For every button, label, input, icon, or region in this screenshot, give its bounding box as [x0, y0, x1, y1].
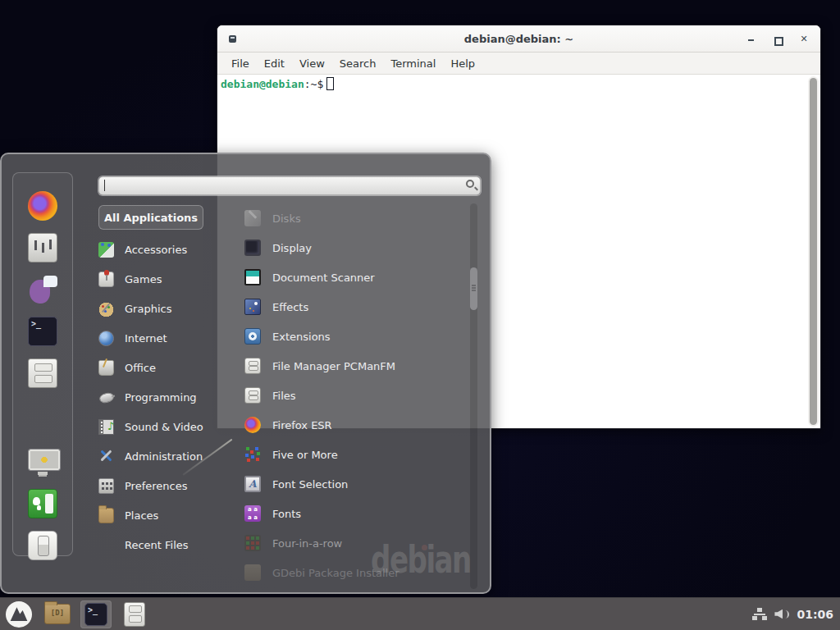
- app-label: Four-in-a-row: [272, 537, 342, 550]
- terminal-scrollbar-thumb[interactable]: [810, 78, 817, 425]
- terminal-menu-search[interactable]: Search: [332, 52, 384, 75]
- search-input[interactable]: [98, 176, 481, 195]
- favorite-firefox[interactable]: [28, 191, 57, 221]
- app-label: Extensions: [272, 331, 331, 343]
- terminal-menu-file[interactable]: File: [224, 52, 257, 75]
- menu-scrollbar-thumb[interactable]: [470, 267, 477, 310]
- app-four-in-a-row[interactable]: Four-in-a-row: [238, 528, 466, 558]
- logout-icon: [28, 489, 57, 518]
- app-extensions[interactable]: Extensions: [238, 322, 466, 351]
- category-sound-video[interactable]: Sound & Video: [95, 412, 218, 441]
- category-label: Recent Files: [125, 539, 189, 551]
- app-display[interactable]: Display: [238, 233, 466, 262]
- category-programming[interactable]: Programming: [95, 382, 218, 412]
- terminal-titlebar[interactable]: debian@debian: ~ ✕: [217, 25, 820, 52]
- app-gdebi-package-installer[interactable]: GDebi Package Installer: [238, 558, 466, 587]
- administration-icon: [98, 449, 114, 464]
- window-menu-icon[interactable]: [229, 35, 236, 43]
- app-label: GDebi Package Installer: [272, 567, 399, 579]
- favorite-terminal[interactable]: [28, 317, 57, 346]
- terminal-menubar: FileEditViewSearchTerminalHelp: [217, 52, 820, 75]
- category-label: Games: [125, 273, 162, 285]
- terminal-menu-view[interactable]: View: [292, 52, 332, 75]
- five-or-more-icon: [244, 446, 261, 463]
- font-selection-icon: [244, 476, 261, 492]
- favorites-column: [12, 172, 73, 556]
- fonts-icon: [244, 505, 261, 522]
- app-label: Files: [272, 390, 296, 402]
- category-label: Programming: [125, 391, 197, 404]
- taskbar-buttons: [0, 598, 150, 630]
- app-firefox-esr[interactable]: Firefox ESR: [238, 410, 466, 440]
- category-preferences[interactable]: Preferences: [95, 471, 218, 500]
- favorite-file-manager[interactable]: [28, 358, 57, 388]
- desktop: debian debian@debian: ~ ✕ FileEditViewSe…: [0, 0, 840, 630]
- category-label: Internet: [125, 332, 167, 345]
- graphics-icon: [98, 301, 114, 317]
- favorite-logout[interactable]: [28, 489, 57, 518]
- favorite-pidgin[interactable]: [28, 275, 57, 304]
- app-effects[interactable]: Effects: [238, 292, 466, 322]
- category-label: Sound & Video: [125, 421, 203, 433]
- menu-scrollbar[interactable]: [470, 203, 477, 589]
- app-font-selection[interactable]: Font Selection: [238, 469, 466, 499]
- category-graphics[interactable]: Graphics: [95, 294, 218, 323]
- category-label: Administration: [125, 450, 203, 463]
- clock[interactable]: 01:06: [797, 608, 833, 621]
- category-places[interactable]: Places: [95, 500, 218, 530]
- app-five-or-more[interactable]: Five or More: [238, 440, 466, 469]
- display-icon: [244, 240, 261, 256]
- app-files[interactable]: Files: [238, 381, 466, 410]
- internet-icon: [98, 331, 114, 346]
- applications-list: DisksDisplayDocument ScannerEffectsExten…: [238, 203, 466, 587]
- file-manager-icon: [244, 358, 261, 374]
- app-label: Effects: [272, 301, 308, 313]
- category-internet[interactable]: Internet: [95, 323, 218, 353]
- prompt-path: :~$: [304, 78, 323, 90]
- app-disks[interactable]: Disks: [238, 203, 466, 233]
- network-icon[interactable]: [752, 608, 767, 621]
- app-label: Font Selection: [272, 478, 348, 491]
- taskbar-desktop-folder-button[interactable]: [42, 600, 73, 628]
- favorite-control-center[interactable]: [28, 233, 57, 262]
- category-recent-files[interactable]: Recent Files: [95, 530, 218, 559]
- app-fonts[interactable]: Fonts: [238, 499, 466, 528]
- favorite-shutdown[interactable]: [28, 531, 57, 560]
- category-accessories[interactable]: Accessories: [95, 235, 218, 264]
- programming-icon: [98, 390, 114, 405]
- search-icon: [466, 180, 474, 188]
- volume-icon[interactable]: [774, 608, 789, 621]
- accessories-icon: [98, 242, 114, 258]
- office-icon: [98, 360, 114, 376]
- all-applications-button[interactable]: All Applications: [98, 205, 203, 230]
- app-document-scanner[interactable]: Document Scanner: [238, 262, 466, 292]
- terminal-scrollbar[interactable]: [808, 76, 819, 427]
- taskbar-tray: 01:06: [752, 608, 840, 621]
- effects-icon: [244, 299, 261, 315]
- app-file-manager-pcmanfm[interactable]: File Manager PCManFM: [238, 351, 466, 381]
- search-caret: [104, 180, 105, 191]
- terminal-menu-terminal[interactable]: Terminal: [383, 52, 443, 75]
- category-office[interactable]: Office: [95, 353, 218, 382]
- extensions-icon: [244, 328, 261, 345]
- taskbar-menu-button[interactable]: [3, 600, 34, 628]
- control-center-icon: [28, 233, 57, 262]
- files-icon: [244, 387, 261, 404]
- file-manager-icon: [124, 602, 145, 627]
- taskbar-terminal-button[interactable]: [80, 600, 112, 628]
- taskbar: 01:06: [0, 597, 840, 630]
- minimize-button[interactable]: [746, 34, 756, 44]
- favorite-screensaver[interactable]: [28, 447, 57, 477]
- terminal-icon: [28, 317, 57, 346]
- maximize-button[interactable]: [773, 34, 783, 44]
- file-manager-icon: [28, 358, 57, 388]
- terminal-menu-help[interactable]: Help: [443, 52, 482, 75]
- app-label: Fonts: [272, 508, 301, 520]
- shutdown-icon: [28, 531, 57, 560]
- taskbar-file-manager-button[interactable]: [119, 600, 150, 628]
- category-administration[interactable]: Administration: [95, 441, 218, 471]
- terminal-menu-edit[interactable]: Edit: [257, 52, 292, 75]
- app-label: Five or More: [272, 449, 338, 461]
- close-button[interactable]: ✕: [799, 34, 809, 44]
- category-games[interactable]: Games: [95, 264, 218, 294]
